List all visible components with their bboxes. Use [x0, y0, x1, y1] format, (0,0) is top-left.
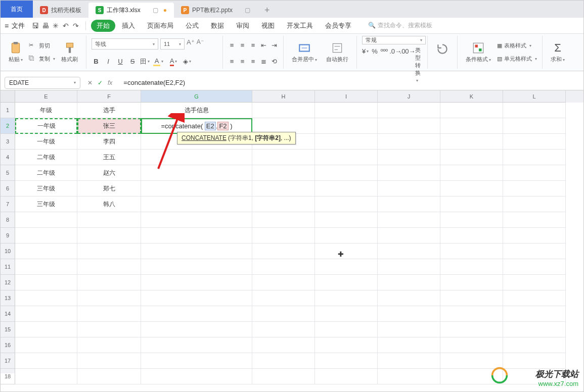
cell[interactable] [77, 306, 141, 322]
cell[interactable] [141, 212, 252, 228]
cell[interactable] [440, 165, 503, 181]
cell[interactable] [503, 306, 566, 322]
cell[interactable] [315, 369, 378, 384]
cell[interactable] [378, 150, 440, 165]
tab-workbook[interactable]: S 工作簿3.xlsx ▢● [88, 3, 174, 18]
align-justify-icon[interactable]: ≣ [260, 57, 267, 66]
align-center-icon[interactable]: ≡ [239, 57, 246, 66]
row-header[interactable]: 14 [1, 306, 15, 322]
row-header[interactable]: 11 [1, 259, 15, 275]
menu-view[interactable]: 视图 [256, 18, 280, 34]
col-header[interactable]: F [77, 90, 141, 103]
cell[interactable] [252, 197, 315, 212]
cell[interactable] [378, 197, 440, 212]
cell[interactable] [315, 197, 378, 212]
cell[interactable] [315, 212, 378, 228]
inc-dec-icon[interactable]: .0→ [391, 46, 400, 56]
cell[interactable] [440, 290, 503, 306]
copy-button[interactable]: 复制▾ [29, 54, 55, 65]
menu-start[interactable]: 开始 [91, 20, 115, 32]
cell[interactable] [503, 275, 566, 290]
cell[interactable] [315, 150, 378, 165]
cell[interactable] [315, 322, 378, 337]
cell[interactable] [15, 306, 77, 322]
fx-icon[interactable]: fx [108, 79, 112, 86]
indent-inc-icon[interactable]: ⇥ [271, 40, 278, 50]
cell[interactable]: 郑七 [77, 181, 141, 197]
menu-member[interactable]: 会员专享 [320, 18, 357, 34]
cell[interactable] [315, 259, 378, 275]
preview-icon[interactable]: ✳ [51, 22, 60, 30]
col-header[interactable]: K [440, 90, 503, 103]
cell[interactable] [378, 212, 440, 228]
cell[interactable] [503, 290, 566, 306]
cell[interactable] [252, 103, 315, 118]
cell[interactable] [503, 337, 566, 353]
cell[interactable] [440, 103, 503, 118]
cell[interactable] [15, 275, 77, 290]
cell[interactable] [141, 197, 252, 212]
cell[interactable] [315, 181, 378, 197]
row-header[interactable]: 5 [1, 165, 15, 181]
cell[interactable] [77, 353, 141, 369]
cell[interactable] [440, 212, 503, 228]
row-header[interactable]: 17 [1, 353, 15, 369]
cell[interactable] [15, 259, 77, 275]
merge-button[interactable]: 合并居中▾ [289, 41, 320, 63]
row-header[interactable]: 9 [1, 228, 15, 243]
wrap-button[interactable]: 自动换行 [323, 41, 351, 63]
cell[interactable] [77, 228, 141, 243]
row-header[interactable]: 16 [1, 337, 15, 353]
cell[interactable] [378, 243, 440, 259]
cell[interactable] [440, 150, 503, 165]
cell[interactable] [503, 228, 566, 243]
cell[interactable] [378, 118, 440, 134]
menu-review[interactable]: 审阅 [231, 18, 255, 34]
cell[interactable] [141, 275, 252, 290]
cell[interactable] [378, 259, 440, 275]
cell[interactable] [141, 290, 252, 306]
cell[interactable]: 三年级 [15, 197, 77, 212]
cell[interactable] [440, 306, 503, 322]
cell[interactable] [252, 337, 315, 353]
cut-button[interactable]: 剪切 [29, 40, 55, 52]
cell[interactable]: 韩八 [77, 197, 141, 212]
cell[interactable] [77, 322, 141, 337]
row-header[interactable]: 18 [1, 369, 15, 384]
cell[interactable]: 一年级 [15, 118, 77, 134]
undo-icon[interactable]: ↶ [61, 22, 70, 30]
cell[interactable] [77, 290, 141, 306]
cell[interactable] [252, 228, 315, 243]
formula-input[interactable]: =concatenate(E2,F2) [119, 79, 583, 86]
col-header[interactable]: H [252, 90, 315, 103]
tab-ppt[interactable]: P PPT教程2.pptx ▢ [174, 3, 257, 18]
cell[interactable] [378, 369, 440, 384]
align-bottom-icon[interactable]: ≡ [249, 40, 257, 50]
cell[interactable] [315, 353, 378, 369]
paste-button[interactable]: 粘贴▾ [6, 41, 26, 63]
tab-templates[interactable]: D 找稻壳模板 [33, 3, 88, 18]
menu-layout[interactable]: 页面布局 [142, 18, 179, 34]
row-header[interactable]: 1 [1, 103, 15, 118]
cell[interactable] [378, 306, 440, 322]
cancel-icon[interactable]: ✕ [87, 79, 93, 86]
cell[interactable] [141, 181, 252, 197]
underline-button[interactable]: U [116, 57, 125, 66]
cell[interactable] [252, 275, 315, 290]
cell[interactable] [252, 353, 315, 369]
comma-icon[interactable]: ººº [381, 46, 388, 56]
row-header[interactable]: 7 [1, 197, 15, 212]
cell[interactable] [503, 134, 566, 150]
type-convert[interactable]: 类型转换▾ [415, 46, 422, 83]
cell[interactable] [503, 103, 566, 118]
cell[interactable] [503, 150, 566, 165]
cell[interactable]: 李四 [77, 134, 141, 150]
cell[interactable] [141, 322, 252, 337]
cell[interactable]: 张三 [77, 118, 141, 134]
cell[interactable] [252, 369, 315, 384]
row-header[interactable]: 4 [1, 150, 15, 165]
row-header[interactable]: 10 [1, 243, 15, 259]
indent-dec-icon[interactable]: ⇤ [260, 40, 267, 50]
cell[interactable] [15, 322, 77, 337]
bold-button[interactable]: B [92, 57, 101, 66]
